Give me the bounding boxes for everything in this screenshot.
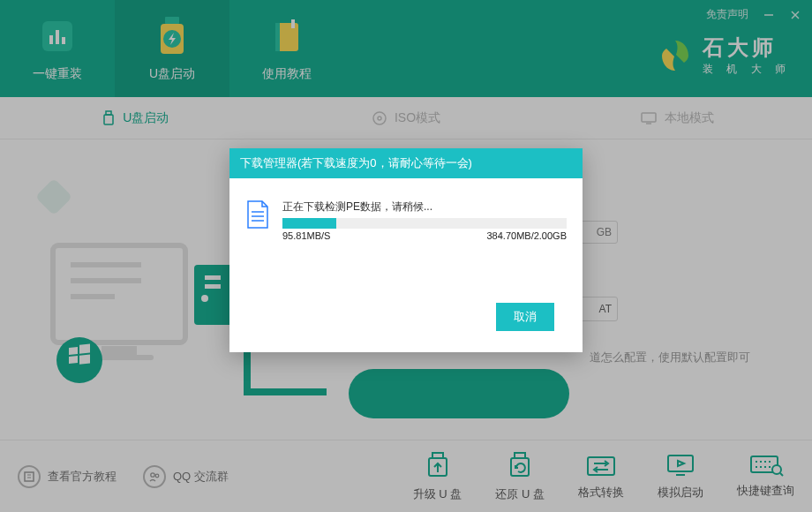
download-progress-text: 384.70MB/2.00GB — [486, 230, 567, 241]
progress-fill — [282, 218, 336, 229]
download-status: 正在下载检测PE数据，请稍候... — [282, 200, 567, 215]
modal-title: 下载管理器(若下载速度为0，请耐心等待一会) — [229, 148, 583, 178]
file-icon — [245, 200, 272, 241]
download-modal: 下载管理器(若下载速度为0，请耐心等待一会) 正在下载检测PE数据，请稍候...… — [229, 148, 583, 352]
progress-bar — [282, 218, 567, 229]
download-speed: 95.81MB/S — [282, 230, 330, 241]
cancel-button[interactable]: 取消 — [496, 303, 554, 331]
modal-overlay: 下载管理器(若下载速度为0，请耐心等待一会) 正在下载检测PE数据，请稍候...… — [0, 0, 812, 512]
